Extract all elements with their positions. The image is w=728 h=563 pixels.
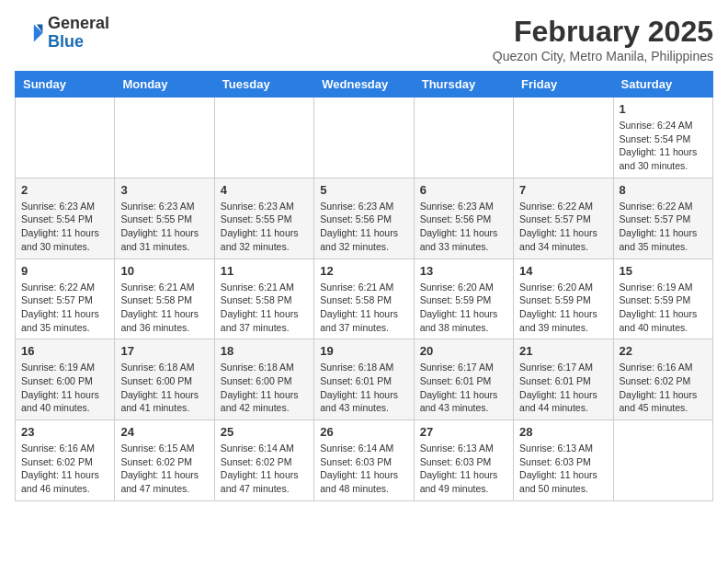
day-number: 1 [620,102,707,116]
day-number: 17 [120,344,208,358]
day-number: 18 [221,344,308,358]
day-info: Sunrise: 6:16 AM Sunset: 6:02 PM Dayligh… [620,361,707,415]
day-info: Sunrise: 6:24 AM Sunset: 5:54 PM Dayligh… [620,119,707,173]
day-info: Sunrise: 6:18 AM Sunset: 6:01 PM Dayligh… [320,361,407,415]
day-info: Sunrise: 6:14 AM Sunset: 6:02 PM Dayligh… [221,442,308,496]
day-header-saturday: Saturday [613,72,712,98]
day-info: Sunrise: 6:23 AM Sunset: 5:55 PM Dayligh… [221,200,308,254]
logo-text: General Blue [48,15,109,52]
day-number: 3 [120,183,208,197]
day-number: 5 [320,183,407,197]
day-info: Sunrise: 6:15 AM Sunset: 6:02 PM Dayligh… [120,442,208,496]
day-number: 26 [320,425,407,439]
day-info: Sunrise: 6:17 AM Sunset: 6:01 PM Dayligh… [420,361,507,415]
day-info: Sunrise: 6:23 AM Sunset: 5:56 PM Dayligh… [420,200,507,254]
day-info: Sunrise: 6:22 AM Sunset: 5:57 PM Dayligh… [620,200,707,254]
day-number: 12 [320,264,407,278]
calendar-cell: 5Sunrise: 6:23 AM Sunset: 5:56 PM Daylig… [314,178,414,259]
calendar-cell: 16Sunrise: 6:19 AM Sunset: 6:00 PM Dayli… [16,339,115,420]
calendar-week-row: 23Sunrise: 6:16 AM Sunset: 6:02 PM Dayli… [16,420,713,501]
day-info: Sunrise: 6:20 AM Sunset: 5:59 PM Dayligh… [420,281,507,335]
calendar-table: SundayMondayTuesdayWednesdayThursdayFrid… [15,71,713,501]
calendar-cell [16,98,115,178]
calendar-cell: 25Sunrise: 6:14 AM Sunset: 6:02 PM Dayli… [214,420,313,501]
calendar-cell: 21Sunrise: 6:17 AM Sunset: 6:01 PM Dayli… [514,339,613,420]
day-number: 27 [420,425,507,439]
calendar-cell: 1Sunrise: 6:24 AM Sunset: 5:54 PM Daylig… [613,98,712,178]
calendar-cell: 15Sunrise: 6:19 AM Sunset: 5:59 PM Dayli… [613,259,712,339]
day-info: Sunrise: 6:19 AM Sunset: 5:59 PM Dayligh… [620,281,707,335]
day-number: 15 [620,264,707,278]
calendar-cell [214,98,313,178]
day-header-tuesday: Tuesday [214,72,313,98]
day-header-wednesday: Wednesday [314,72,414,98]
day-number: 28 [519,425,607,439]
title-block: February 2025 Quezon City, Metro Manila,… [493,15,713,63]
day-number: 9 [21,264,108,278]
calendar-cell: 27Sunrise: 6:13 AM Sunset: 6:03 PM Dayli… [414,420,513,501]
day-info: Sunrise: 6:21 AM Sunset: 5:58 PM Dayligh… [120,281,208,335]
day-info: Sunrise: 6:19 AM Sunset: 6:00 PM Dayligh… [21,361,108,415]
day-number: 21 [519,344,607,358]
day-header-thursday: Thursday [414,72,513,98]
calendar-cell: 20Sunrise: 6:17 AM Sunset: 6:01 PM Dayli… [414,339,513,420]
calendar-cell: 28Sunrise: 6:13 AM Sunset: 6:03 PM Dayli… [514,420,613,501]
day-number: 7 [519,183,607,197]
day-info: Sunrise: 6:18 AM Sunset: 6:00 PM Dayligh… [120,361,208,415]
day-info: Sunrise: 6:14 AM Sunset: 6:03 PM Dayligh… [320,442,407,496]
calendar-cell: 26Sunrise: 6:14 AM Sunset: 6:03 PM Dayli… [314,420,414,501]
day-info: Sunrise: 6:21 AM Sunset: 5:58 PM Dayligh… [221,281,308,335]
day-info: Sunrise: 6:18 AM Sunset: 6:00 PM Dayligh… [221,361,308,415]
day-header-monday: Monday [115,72,214,98]
calendar-cell: 2Sunrise: 6:23 AM Sunset: 5:54 PM Daylig… [16,178,115,259]
calendar-cell: 7Sunrise: 6:22 AM Sunset: 5:57 PM Daylig… [514,178,613,259]
day-info: Sunrise: 6:20 AM Sunset: 5:59 PM Dayligh… [519,281,607,335]
calendar-week-row: 1Sunrise: 6:24 AM Sunset: 5:54 PM Daylig… [16,98,713,178]
day-number: 6 [420,183,507,197]
page-header: General Blue February 2025 Quezon City, … [15,15,713,63]
day-number: 22 [620,344,707,358]
day-info: Sunrise: 6:16 AM Sunset: 6:02 PM Dayligh… [21,442,108,496]
calendar-cell: 17Sunrise: 6:18 AM Sunset: 6:00 PM Dayli… [115,339,214,420]
calendar-cell: 9Sunrise: 6:22 AM Sunset: 5:57 PM Daylig… [16,259,115,339]
calendar-cell: 23Sunrise: 6:16 AM Sunset: 6:02 PM Dayli… [16,420,115,501]
day-info: Sunrise: 6:13 AM Sunset: 6:03 PM Dayligh… [420,442,507,496]
day-number: 2 [21,183,108,197]
calendar-cell: 4Sunrise: 6:23 AM Sunset: 5:55 PM Daylig… [214,178,313,259]
day-number: 14 [519,264,607,278]
logo: General Blue [15,15,109,52]
calendar-cell: 8Sunrise: 6:22 AM Sunset: 5:57 PM Daylig… [613,178,712,259]
day-number: 16 [21,344,108,358]
day-number: 23 [21,425,108,439]
calendar-cell: 12Sunrise: 6:21 AM Sunset: 5:58 PM Dayli… [314,259,414,339]
calendar-cell: 19Sunrise: 6:18 AM Sunset: 6:01 PM Dayli… [314,339,414,420]
day-number: 25 [221,425,308,439]
day-number: 24 [120,425,208,439]
calendar-cell [414,98,513,178]
calendar-week-row: 9Sunrise: 6:22 AM Sunset: 5:57 PM Daylig… [16,259,713,339]
calendar-week-row: 2Sunrise: 6:23 AM Sunset: 5:54 PM Daylig… [16,178,713,259]
calendar-cell [613,420,712,501]
day-number: 20 [420,344,507,358]
day-header-friday: Friday [514,72,613,98]
calendar-cell: 3Sunrise: 6:23 AM Sunset: 5:55 PM Daylig… [115,178,214,259]
day-number: 8 [620,183,707,197]
day-info: Sunrise: 6:17 AM Sunset: 6:01 PM Dayligh… [519,361,607,415]
day-info: Sunrise: 6:23 AM Sunset: 5:55 PM Dayligh… [120,200,208,254]
day-header-sunday: Sunday [16,72,115,98]
calendar-week-row: 16Sunrise: 6:19 AM Sunset: 6:00 PM Dayli… [16,339,713,420]
calendar-cell [514,98,613,178]
day-info: Sunrise: 6:13 AM Sunset: 6:03 PM Dayligh… [519,442,607,496]
calendar-cell: 10Sunrise: 6:21 AM Sunset: 5:58 PM Dayli… [115,259,214,339]
day-info: Sunrise: 6:22 AM Sunset: 5:57 PM Dayligh… [519,200,607,254]
calendar-cell: 22Sunrise: 6:16 AM Sunset: 6:02 PM Dayli… [613,339,712,420]
day-number: 13 [420,264,507,278]
month-title: February 2025 [493,15,713,49]
day-info: Sunrise: 6:23 AM Sunset: 5:56 PM Dayligh… [320,200,407,254]
calendar-header-row: SundayMondayTuesdayWednesdayThursdayFrid… [16,72,713,98]
calendar-cell: 11Sunrise: 6:21 AM Sunset: 5:58 PM Dayli… [214,259,313,339]
day-number: 4 [221,183,308,197]
calendar-cell: 6Sunrise: 6:23 AM Sunset: 5:56 PM Daylig… [414,178,513,259]
logo-icon [15,18,44,48]
calendar-cell: 14Sunrise: 6:20 AM Sunset: 5:59 PM Dayli… [514,259,613,339]
